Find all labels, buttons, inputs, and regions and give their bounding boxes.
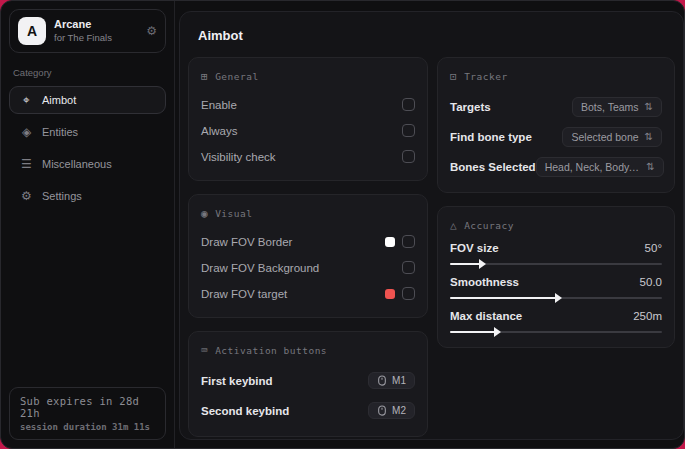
second-keybind-button[interactable]: M2: [368, 402, 415, 419]
fov-target-color-swatch[interactable]: [385, 289, 395, 299]
eye-icon: ◉: [201, 207, 208, 220]
setting-row-draw-fov-background: Draw FOV Background: [201, 256, 415, 279]
setting-row-second-keybind: Second keybind M2: [201, 397, 415, 424]
session-duration-text: session duration 31m 11s: [20, 422, 155, 432]
triangle-icon: △: [450, 219, 457, 232]
draw-fov-target-checkbox[interactable]: [402, 287, 415, 300]
scan-icon: ⊡: [450, 70, 457, 83]
setting-row-draw-fov-target: Draw FOV target: [201, 282, 415, 305]
cube-icon: ◈: [20, 125, 33, 139]
keyboard-icon: ⌨: [201, 344, 208, 357]
sub-expiry-text: Sub expires in 28d 21h: [20, 395, 155, 419]
draw-fov-border-checkbox[interactable]: [402, 235, 415, 248]
enable-checkbox[interactable]: [402, 98, 415, 111]
setting-row-bones-selected: Bones Selected Head, Neck, Body, Pe... ⇅: [450, 153, 662, 180]
smoothness-slider[interactable]: [450, 297, 662, 299]
brand-title: Arcane: [54, 18, 138, 32]
panel-tracker: ⊡ Tracker Targets Bots, Teams ⇅ Find bon…: [437, 57, 675, 193]
gear-icon: ⚙: [20, 189, 33, 203]
sliders-icon: ☰: [20, 157, 33, 171]
setting-row-always: Always: [201, 119, 415, 142]
setting-row-draw-fov-border: Draw FOV Border: [201, 230, 415, 253]
panel-visual: ◉ Visual Draw FOV Border Draw FOV Backgr…: [188, 194, 428, 318]
sidebar-item-label: Settings: [42, 190, 82, 202]
brand-subtitle: for The Finals: [54, 32, 138, 44]
first-keybind-button[interactable]: M1: [368, 372, 415, 389]
fov-size-slider[interactable]: [450, 263, 662, 265]
app-window: A Arcane for The Finals ⚙ Category ⌖ Aim…: [0, 0, 685, 449]
sidebar: A Arcane for The Finals ⚙ Category ⌖ Aim…: [1, 1, 175, 448]
sync-icon[interactable]: ⚙: [146, 24, 157, 38]
visibility-check-checkbox[interactable]: [402, 150, 415, 163]
setting-row-find-bone-type: Find bone type Selected bone ⇅: [450, 123, 662, 150]
sidebar-item-entities[interactable]: ◈ Entities: [9, 118, 166, 146]
sidebar-item-label: Entities: [42, 126, 78, 138]
max-distance-slider[interactable]: [450, 331, 662, 333]
panel-title: Visual: [215, 208, 252, 219]
page-title: Aimbot: [198, 28, 675, 43]
panel-accuracy: △ Accuracy FOV size 50°: [437, 206, 675, 348]
brand-logo: A: [18, 17, 46, 45]
main-area: Aimbot ⊞ General Enable Al: [175, 1, 685, 448]
mouse-icon: [377, 405, 387, 416]
mouse-icon: [377, 375, 387, 386]
fov-size-value: 50°: [645, 242, 662, 254]
sidebar-item-miscellaneous[interactable]: ☰ Miscellaneous: [9, 150, 166, 178]
setting-row-smoothness: Smoothness 50.0: [450, 276, 662, 299]
category-label: Category: [13, 67, 162, 78]
setting-row-visibility-check: Visibility check: [201, 145, 415, 168]
targets-select[interactable]: Bots, Teams ⇅: [572, 97, 662, 117]
sidebar-item-label: Miscellaneous: [42, 158, 112, 170]
setting-row-enable: Enable: [201, 93, 415, 116]
fov-border-color-swatch[interactable]: [385, 237, 395, 247]
setting-row-fov-size: FOV size 50°: [450, 242, 662, 265]
brand-card: A Arcane for The Finals ⚙: [9, 9, 166, 53]
slider-thumb[interactable]: [494, 327, 501, 337]
panel-activation-buttons: ⌨ Activation buttons First keybind M1 Se…: [188, 331, 428, 437]
smoothness-value: 50.0: [640, 276, 662, 288]
sidebar-item-aimbot[interactable]: ⌖ Aimbot: [9, 86, 166, 114]
chevron-updown-icon: ⇅: [645, 101, 653, 112]
setting-row-max-distance: Max distance 250m: [450, 310, 662, 333]
panel-title: Activation buttons: [215, 345, 327, 356]
grid-icon: ⊞: [201, 70, 208, 83]
crosshair-icon: ⌖: [20, 93, 33, 107]
setting-row-first-keybind: First keybind M1: [201, 367, 415, 394]
subscription-info: Sub expires in 28d 21h session duration …: [9, 387, 166, 440]
panel-title: Accuracy: [464, 220, 514, 231]
bones-selected-select[interactable]: Head, Neck, Body, Pe... ⇅: [536, 157, 664, 177]
sidebar-item-label: Aimbot: [42, 94, 76, 106]
sidebar-item-settings[interactable]: ⚙ Settings: [9, 182, 166, 210]
main-container: Aimbot ⊞ General Enable Al: [179, 11, 684, 440]
always-checkbox[interactable]: [402, 124, 415, 137]
sidebar-nav: ⌖ Aimbot ◈ Entities ☰ Miscellaneous ⚙ Se…: [9, 86, 166, 210]
max-distance-value: 250m: [633, 310, 662, 322]
slider-thumb[interactable]: [555, 293, 562, 303]
panel-title: General: [215, 71, 259, 82]
chevron-updown-icon: ⇅: [646, 161, 654, 172]
slider-thumb[interactable]: [479, 259, 486, 269]
chevron-updown-icon: ⇅: [645, 131, 653, 142]
panel-general: ⊞ General Enable Always Visibility c: [188, 57, 428, 181]
setting-row-targets: Targets Bots, Teams ⇅: [450, 93, 662, 120]
find-bone-type-select[interactable]: Selected bone ⇅: [562, 127, 662, 147]
draw-fov-background-checkbox[interactable]: [402, 261, 415, 274]
panel-title: Tracker: [464, 71, 508, 82]
